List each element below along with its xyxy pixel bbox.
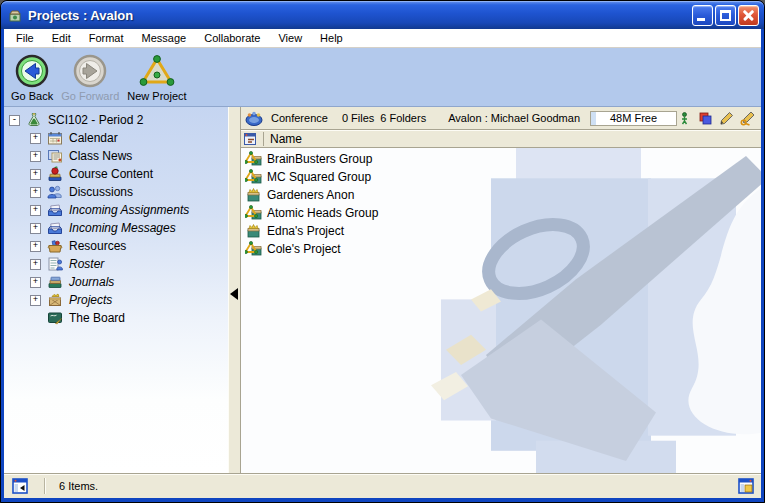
expand-expander[interactable]: + xyxy=(30,133,41,144)
panel-splitter[interactable] xyxy=(228,107,241,473)
menu-view[interactable]: View xyxy=(269,30,311,47)
project-triangle-icon xyxy=(245,205,262,221)
tree-item-label: Incoming Assignments xyxy=(69,203,189,217)
tree-item-journals[interactable]: + Journals xyxy=(4,273,228,291)
layers-icon[interactable] xyxy=(698,111,713,126)
folders-count: 6 Folders xyxy=(380,112,426,124)
project-crown-icon xyxy=(245,223,262,239)
pencil-icon[interactable] xyxy=(719,111,734,126)
main-area: - SCI102 - Period 2 + xyxy=(4,107,761,473)
pencil-key-icon[interactable] xyxy=(740,111,755,126)
tree-root-sci102[interactable]: - SCI102 - Period 2 xyxy=(4,111,228,129)
conference-list-area: BrainBusters Group MC Square xyxy=(241,148,761,473)
expand-expander[interactable]: + xyxy=(30,205,41,216)
projects-icon xyxy=(47,292,63,308)
toolbar: Go Back Go Forward New Project xyxy=(4,48,761,107)
expand-expander[interactable]: + xyxy=(30,169,41,180)
new-project-icon xyxy=(139,53,175,89)
close-button[interactable] xyxy=(738,5,759,26)
list-item-label: Atomic Heads Group xyxy=(267,206,378,220)
tree-item-discussions[interactable]: + Discussions xyxy=(4,183,228,201)
tree-root-label: SCI102 - Period 2 xyxy=(48,113,143,127)
project-triangle-icon xyxy=(245,169,262,185)
tree-item-calendar[interactable]: + Calendar xyxy=(4,129,228,147)
menu-collaborate[interactable]: Collaborate xyxy=(195,30,269,47)
new-project-label: New Project xyxy=(127,90,186,102)
expand-expander[interactable]: + xyxy=(30,241,41,252)
tree-item-label: Course Content xyxy=(69,167,153,181)
expand-expander[interactable]: + xyxy=(30,259,41,270)
app-window: Projects : Avalon File Edit Format Messa… xyxy=(0,0,765,503)
tree-item-projects[interactable]: + Projects xyxy=(4,291,228,309)
list-item-label: Cole's Project xyxy=(267,242,341,256)
expand-expander[interactable]: + xyxy=(30,151,41,162)
minimize-icon xyxy=(697,18,705,21)
person-icon[interactable] xyxy=(677,111,692,126)
tree-item-incoming-assignments[interactable]: + Incoming Assignments xyxy=(4,201,228,219)
collapse-panel-arrow-icon[interactable] xyxy=(230,288,238,300)
statusbar: 6 Items. xyxy=(4,473,761,498)
menubar: File Edit Format Message Collaborate Vie… xyxy=(4,29,761,48)
tree-item-label: Journals xyxy=(69,275,114,289)
list-item-coles-project[interactable]: Cole's Project xyxy=(241,240,761,258)
maximize-icon xyxy=(720,10,731,21)
expand-expander[interactable]: + xyxy=(30,277,41,288)
list-item-brainbusters[interactable]: BrainBusters Group xyxy=(241,150,761,168)
menu-message[interactable]: Message xyxy=(133,30,196,47)
tree-item-label: Discussions xyxy=(69,185,133,199)
expand-expander[interactable]: + xyxy=(30,295,41,306)
maximize-button[interactable] xyxy=(715,5,736,26)
go-back-icon xyxy=(14,53,50,89)
tree-item-label: Calendar xyxy=(69,131,118,145)
expand-expander[interactable]: + xyxy=(30,223,41,234)
new-project-button[interactable]: New Project xyxy=(127,53,186,102)
inbox-icon xyxy=(47,202,63,218)
tree-item-roster[interactable]: + Roster xyxy=(4,255,228,273)
menu-format[interactable]: Format xyxy=(80,30,133,47)
list-item-label: Edna's Project xyxy=(267,224,344,238)
panel-collapse-icon xyxy=(12,478,29,495)
menu-file[interactable]: File xyxy=(7,30,43,47)
list-item-atomic-heads[interactable]: Atomic Heads Group xyxy=(241,204,761,222)
project-triangle-icon xyxy=(245,241,262,257)
conference-icon xyxy=(245,110,263,126)
expand-expander[interactable]: + xyxy=(30,187,41,198)
tree-item-resources[interactable]: + Resources xyxy=(4,237,228,255)
board-icon xyxy=(47,310,63,326)
tree-item-course-content[interactable]: + Course Content xyxy=(4,165,228,183)
menu-edit[interactable]: Edit xyxy=(43,30,80,47)
menu-help[interactable]: Help xyxy=(311,30,352,47)
calendar-icon xyxy=(47,130,63,146)
discussions-icon xyxy=(47,184,63,200)
name-column-header[interactable]: Name xyxy=(241,130,761,148)
tree-item-class-news[interactable]: + Class News xyxy=(4,147,228,165)
tree-item-the-board[interactable]: The Board xyxy=(4,309,228,327)
roster-icon xyxy=(47,256,63,272)
list-item-mc-squared[interactable]: MC Squared Group xyxy=(241,168,761,186)
server-user-label: Avalon : Michael Goodman xyxy=(448,112,580,124)
tree-item-incoming-messages[interactable]: + Incoming Messages xyxy=(4,219,228,237)
tree-item-label: Class News xyxy=(69,149,132,163)
inbox-icon xyxy=(47,220,63,236)
resources-icon xyxy=(47,238,63,254)
list-item-gardeners-anon[interactable]: Gardeners Anon xyxy=(241,186,761,204)
toggle-tree-panel-button[interactable] xyxy=(10,478,44,495)
conference-type-label: Conference xyxy=(271,112,328,124)
conference-pane: Conference 0 Files 6 Folders Avalon : Mi… xyxy=(241,107,761,473)
status-separator xyxy=(44,478,45,494)
go-back-label: Go Back xyxy=(11,90,53,102)
go-forward-label: Go Forward xyxy=(61,90,119,102)
tree-item-label: The Board xyxy=(69,311,125,325)
sort-view-icon xyxy=(244,133,258,146)
app-icon xyxy=(7,7,23,23)
collapse-expander[interactable]: - xyxy=(9,115,20,126)
window-body: File Edit Format Message Collaborate Vie… xyxy=(4,29,761,498)
toggle-summary-pane-icon[interactable] xyxy=(738,478,755,495)
minimize-button[interactable] xyxy=(692,5,713,26)
go-back-button[interactable]: Go Back xyxy=(11,53,53,102)
header-separator xyxy=(263,132,264,146)
go-forward-button[interactable]: Go Forward xyxy=(61,53,119,102)
conference-toolbar-icons xyxy=(677,111,755,126)
list-item-ednas-project[interactable]: Edna's Project xyxy=(241,222,761,240)
flask-icon xyxy=(26,112,42,128)
